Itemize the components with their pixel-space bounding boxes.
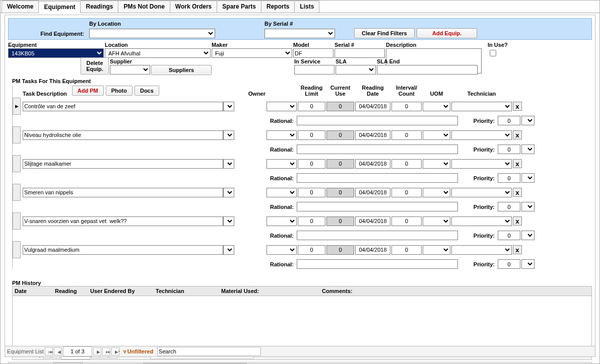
clear-find-filters-button[interactable]: Clear Find Filters — [354, 28, 415, 38]
task-desc-dropdown[interactable] — [223, 188, 234, 197]
task-desc-field[interactable] — [23, 188, 223, 197]
location-combo[interactable]: AFH Afvulhal — [105, 48, 211, 58]
interval-field[interactable] — [391, 216, 422, 226]
rational-field[interactable] — [297, 202, 458, 211]
serial-field[interactable] — [335, 48, 385, 58]
task-desc-dropdown[interactable] — [223, 159, 234, 169]
task-desc-field[interactable] — [23, 245, 223, 255]
add-pm-button[interactable]: Add PM — [72, 86, 104, 96]
rational-field[interactable] — [297, 116, 458, 125]
model-field[interactable] — [293, 48, 334, 58]
in-use-checkbox[interactable] — [490, 50, 496, 56]
reading-limit-field[interactable] — [298, 216, 325, 226]
row-selector[interactable] — [13, 155, 21, 172]
tab-readings[interactable]: Readings — [80, 1, 118, 13]
technician-combo[interactable] — [451, 188, 512, 197]
docs-button[interactable]: Docs — [135, 86, 159, 96]
priority-dropdown[interactable] — [521, 116, 535, 125]
owner-combo[interactable] — [266, 159, 297, 169]
priority-field[interactable] — [498, 259, 520, 269]
photo-button[interactable]: Photo — [106, 86, 132, 96]
reading-date-field[interactable] — [355, 216, 390, 226]
technician-combo[interactable] — [451, 130, 512, 140]
in-service-field[interactable] — [294, 65, 335, 75]
interval-field[interactable] — [391, 130, 422, 140]
reading-date-field[interactable] — [355, 102, 390, 111]
priority-dropdown[interactable] — [521, 259, 535, 269]
task-desc-dropdown[interactable] — [223, 245, 234, 255]
owner-combo[interactable] — [266, 245, 297, 255]
nav-prev-icon[interactable]: ◀ — [54, 347, 62, 355]
uom-combo[interactable] — [423, 130, 450, 140]
rational-field[interactable] — [297, 259, 458, 269]
uom-combo[interactable] — [423, 188, 450, 197]
task-desc-dropdown[interactable] — [223, 216, 234, 226]
nav-first-icon[interactable]: ⏮ — [45, 347, 53, 355]
reading-limit-field[interactable] — [298, 188, 325, 197]
nav-next-icon[interactable]: ▶ — [93, 347, 101, 355]
technician-combo[interactable] — [451, 216, 512, 226]
reading-limit-field[interactable] — [298, 159, 325, 169]
uom-combo[interactable] — [423, 216, 450, 226]
task-desc-field[interactable] — [23, 159, 223, 169]
row-selector[interactable] — [13, 212, 21, 230]
owner-combo[interactable] — [266, 130, 297, 140]
by-serial-combo[interactable] — [264, 29, 335, 38]
priority-dropdown[interactable] — [521, 231, 535, 240]
task-desc-field[interactable] — [23, 130, 223, 140]
priority-field[interactable] — [498, 231, 520, 240]
suppliers-button[interactable]: Suppliers — [151, 65, 212, 75]
priority-field[interactable] — [498, 144, 520, 154]
uom-combo[interactable] — [423, 102, 450, 111]
supplier-combo[interactable] — [110, 65, 150, 75]
delete-equip-button[interactable]: Delete Equip. — [81, 57, 109, 75]
delete-row-button[interactable]: x — [513, 216, 522, 226]
delete-row-button[interactable]: x — [513, 130, 522, 139]
sla-end-field[interactable] — [377, 65, 478, 75]
owner-combo[interactable] — [266, 188, 297, 197]
sla-combo[interactable] — [336, 65, 376, 75]
tab-reports[interactable]: Reports — [261, 1, 295, 13]
delete-row-button[interactable]: x — [513, 102, 522, 111]
task-desc-dropdown[interactable] — [223, 102, 234, 111]
reading-date-field[interactable] — [355, 188, 390, 197]
priority-field[interactable] — [498, 173, 520, 183]
equipment-list-search[interactable] — [157, 347, 261, 356]
priority-field[interactable] — [498, 116, 520, 125]
tab-pms-not-done[interactable]: PMs Not Done — [118, 1, 170, 13]
task-desc-dropdown[interactable] — [223, 130, 234, 140]
tab-lists[interactable]: Lists — [294, 1, 319, 13]
rational-field[interactable] — [297, 231, 458, 240]
nav-new-icon[interactable]: ▶* — [111, 347, 119, 355]
interval-field[interactable] — [391, 159, 422, 169]
row-selector[interactable] — [13, 184, 21, 201]
reading-limit-field[interactable] — [298, 245, 325, 255]
tab-work-orders[interactable]: Work Orders — [170, 1, 217, 13]
priority-dropdown[interactable] — [521, 173, 535, 183]
add-equip-button[interactable]: Add Equip. — [417, 28, 477, 38]
equipment-combo[interactable]: 143KB05 — [8, 48, 104, 58]
rational-field[interactable] — [297, 144, 458, 154]
reading-limit-field[interactable] — [298, 130, 325, 140]
maker-combo[interactable]: Fuji — [212, 48, 292, 58]
tab-welcome[interactable]: Welcome — [2, 1, 39, 13]
equipment-list-counter[interactable] — [63, 346, 92, 356]
equipment-list-filter[interactable]: Unfiltered — [127, 348, 153, 354]
owner-combo[interactable] — [266, 102, 297, 111]
technician-combo[interactable] — [451, 245, 512, 255]
technician-combo[interactable] — [451, 159, 512, 169]
interval-field[interactable] — [391, 188, 422, 197]
delete-row-button[interactable]: x — [513, 188, 522, 197]
reading-date-field[interactable] — [355, 159, 390, 169]
nav-last-icon[interactable]: ⏭ — [102, 347, 110, 355]
priority-dropdown[interactable] — [521, 144, 535, 154]
priority-dropdown[interactable] — [521, 202, 535, 211]
by-location-combo[interactable] — [89, 29, 215, 38]
delete-row-button[interactable]: x — [513, 245, 522, 254]
delete-row-button[interactable]: x — [513, 159, 522, 168]
uom-combo[interactable] — [423, 159, 450, 169]
reading-limit-field[interactable] — [298, 102, 325, 111]
task-desc-field[interactable] — [23, 102, 223, 111]
tab-equipment[interactable]: Equipment — [38, 1, 81, 13]
tab-spare-parts[interactable]: Spare Parts — [217, 1, 261, 13]
